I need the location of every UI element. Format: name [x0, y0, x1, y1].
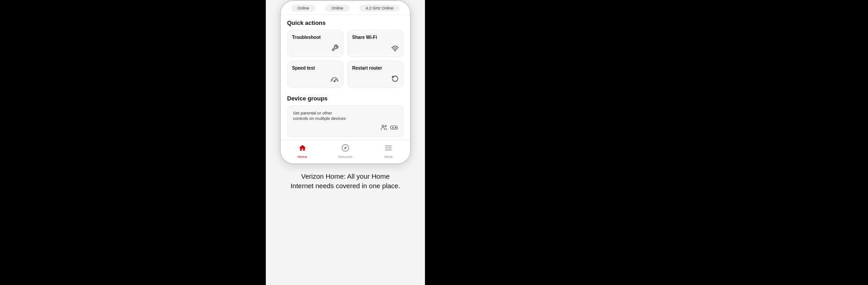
people-icon	[380, 124, 387, 132]
status-bar: Online Online 4.2 GHz Online	[281, 1, 410, 15]
troubleshoot-label: Troubleshoot	[292, 35, 339, 40]
status-pill-1: Online	[291, 5, 316, 12]
svg-point-1	[334, 81, 335, 82]
wrench-icon	[331, 44, 339, 53]
nav-home-label: Home	[297, 155, 307, 159]
discover-icon	[341, 144, 349, 154]
svg-marker-8	[344, 147, 347, 149]
home-icon	[298, 144, 307, 154]
nav-more[interactable]: More	[367, 144, 410, 159]
device-groups-card[interactable]: Set parental or othercontrols on multipl…	[287, 105, 404, 137]
share-wifi-label: Share Wi-Fi	[352, 35, 399, 40]
svg-point-0	[395, 51, 395, 51]
restart-router-card[interactable]: Restart router	[347, 61, 404, 88]
status-pill-3: 4.2 GHz Online	[359, 5, 400, 12]
bottom-nav: Home Discover	[281, 140, 410, 163]
footer-text: Verizon Home: All your Home Internet nee…	[282, 164, 410, 195]
wifi-icon	[392, 45, 399, 53]
action-grid: Troubleshoot Share Wi-Fi	[287, 30, 404, 88]
center-panel: Online Online 4.2 GHz Online Quick actio…	[266, 0, 425, 285]
svg-point-6	[396, 127, 396, 128]
svg-point-2	[382, 125, 384, 127]
phone-mockup: Online Online 4.2 GHz Online Quick actio…	[280, 0, 411, 164]
svg-point-3	[385, 125, 386, 127]
speedometer-icon	[330, 76, 339, 84]
more-icon	[384, 144, 392, 154]
device-groups-title: Device groups	[287, 95, 404, 102]
restart-icon	[392, 75, 399, 84]
nav-discover[interactable]: Discover	[324, 144, 367, 159]
phone-screen: Online Online 4.2 GHz Online Quick actio…	[281, 1, 410, 163]
device-groups-section: Device groups Set parental or othercontr…	[281, 90, 410, 140]
troubleshoot-card[interactable]: Troubleshoot	[287, 30, 344, 57]
speed-test-label: Speed test	[292, 66, 339, 71]
footer-line2: Internet needs covered in one place.	[291, 182, 401, 190]
gamepad-icon	[390, 124, 398, 132]
nav-discover-label: Discover	[338, 155, 352, 159]
quick-actions-title: Quick actions	[287, 19, 404, 26]
nav-home[interactable]: Home	[281, 144, 324, 159]
device-groups-icons	[380, 124, 398, 132]
speed-test-card[interactable]: Speed test	[287, 61, 344, 88]
footer-line1: Verizon Home: All your Home	[301, 172, 390, 180]
svg-point-5	[395, 127, 395, 128]
restart-router-label: Restart router	[352, 66, 399, 71]
quick-actions-section: Quick actions Troubleshoot Share Wi-F	[281, 15, 410, 90]
left-background	[0, 0, 266, 285]
share-wifi-card[interactable]: Share Wi-Fi	[347, 30, 404, 57]
status-pill-2: Online	[325, 5, 349, 12]
nav-more-label: More	[384, 155, 392, 159]
device-groups-text: Set parental or othercontrols on multipl…	[293, 110, 398, 122]
right-background	[425, 0, 868, 285]
